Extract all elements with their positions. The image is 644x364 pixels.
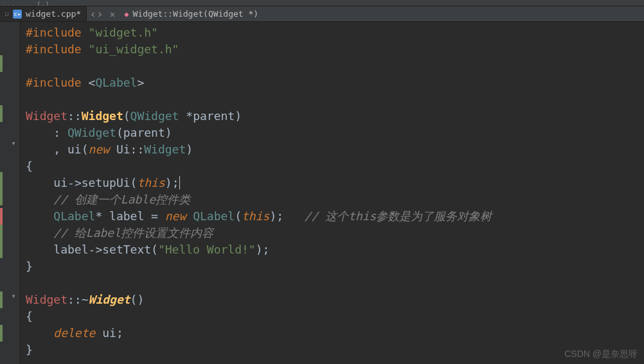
code-line[interactable]: #include "ui_widget.h"	[26, 41, 644, 58]
close-tab-button[interactable]: ✕	[106, 9, 119, 19]
code-line[interactable]: label->setText("Hello World!");	[26, 241, 644, 258]
code-line[interactable]: {	[26, 158, 644, 175]
code-line[interactable]: }	[26, 258, 644, 275]
gutter-mark-red	[0, 208, 3, 225]
code-line[interactable]: delete ui;	[26, 325, 644, 342]
menu-truncated: ... ... (…)	[3, 0, 49, 6]
text-cursor	[179, 176, 180, 189]
code-editor[interactable]: #include "widget.h"#include "ui_widget.h…	[21, 22, 644, 364]
file-tab[interactable]: ⊔ c+ widget.cpp*	[0, 6, 87, 21]
gutter-mark-green	[0, 225, 3, 258]
tab-dropdown-icon[interactable]: ‹›	[87, 7, 106, 21]
code-line[interactable]	[26, 275, 644, 291]
cpp-file-icon: c+	[13, 10, 22, 19]
tab-filename: widget.cpp*	[26, 9, 81, 19]
gutter-mark-green	[0, 291, 3, 308]
fold-toggle-icon[interactable]: ▾	[10, 139, 17, 148]
function-icon: ◆	[124, 10, 129, 19]
code-line[interactable]: Widget::~Widget()	[26, 291, 644, 308]
gutter-mark-green	[0, 172, 3, 205]
gutter-mark-green	[0, 55, 3, 72]
breadcrumb-text: Widget::Widget(QWidget *)	[132, 9, 258, 19]
editor-area: ▾ ▾ #include "widget.h"#include "ui_widg…	[0, 22, 644, 364]
watermark: CSDN @是奈思呀	[564, 349, 638, 360]
code-line[interactable]: #include "widget.h"	[26, 24, 644, 41]
code-line[interactable]: ui->setupUi(this);	[26, 175, 644, 191]
menu-bar[interactable]: ... ... (…)	[0, 0, 644, 6]
code-line[interactable]: , ui(new Ui::Widget)	[26, 141, 644, 158]
breadcrumb[interactable]: ◆ Widget::Widget(QWidget *)	[119, 9, 264, 19]
code-line[interactable]	[26, 58, 644, 74]
gutter-mark-green	[0, 325, 3, 342]
gutter[interactable]: ▾ ▾	[0, 22, 21, 364]
code-line[interactable]: #include <QLabel>	[26, 74, 644, 91]
code-line[interactable]: : QWidget(parent)	[26, 125, 644, 141]
code-line[interactable]: // 创建一个Lable控件类	[26, 191, 644, 208]
code-line[interactable]: }	[26, 342, 644, 358]
pin-icon: ⊔	[5, 10, 9, 17]
code-line[interactable]: // 给Label控件设置文件内容	[26, 225, 644, 241]
code-line[interactable]: QLabel* label = new QLabel(this); // 这个t…	[26, 208, 644, 225]
gutter-mark-green	[0, 105, 3, 122]
code-line[interactable]: {	[26, 308, 644, 325]
fold-toggle-icon[interactable]: ▾	[10, 291, 17, 300]
code-line[interactable]: Widget::Widget(QWidget *parent)	[26, 108, 644, 125]
code-line[interactable]	[26, 91, 644, 108]
tab-bar: ⊔ c+ widget.cpp* ‹› ✕ ◆ Widget::Widget(Q…	[0, 6, 644, 22]
